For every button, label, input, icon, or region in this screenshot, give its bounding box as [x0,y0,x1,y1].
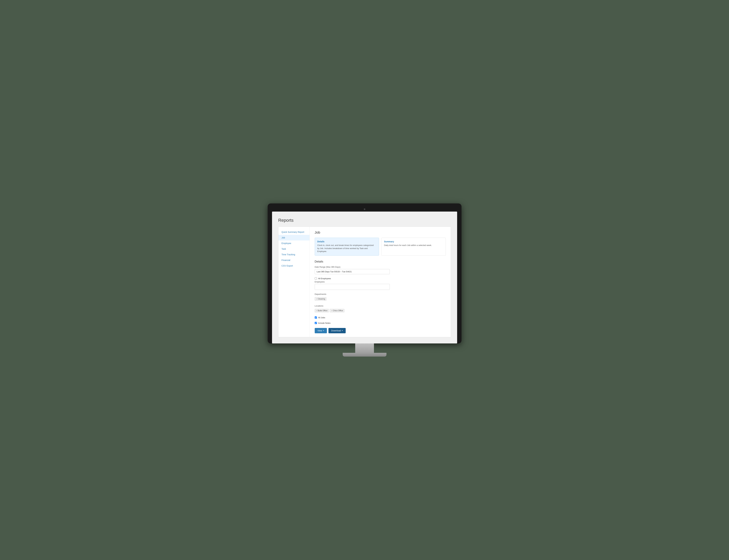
button-row: View ▾ Download ▾ [315,328,446,333]
view-button[interactable]: View ▾ [315,328,327,333]
sidebar-item-csv-export[interactable]: CSV Export [278,263,309,269]
tag-butte-office-label: Butte Office [318,310,327,312]
departments-tags: × Cleaning [315,296,446,302]
sidebar-item-quick-summary[interactable]: Quick Summary Report [278,229,309,235]
report-card-details-desc: Clock in, clock out, and break times for… [317,244,376,253]
all-employees-group: All Employees Employees [315,277,446,290]
monitor: Reports Quick Summary Report Job Employe… [268,203,462,343]
all-jobs-label[interactable]: All Jobs [318,316,325,319]
tag-chico-office-label: Chico Office [333,310,343,312]
tag-chico-office-remove[interactable]: × [331,310,332,312]
report-card-details[interactable]: Details Clock in, clock out, and break t… [315,238,379,256]
locations-group: Locations × Butte Office × Chico Office [315,305,446,313]
report-type-cards: Details Clock in, clock out, and break t… [315,238,446,256]
page-title: Reports [278,218,451,223]
sidebar: Quick Summary Report Job Employee Task T… [278,227,310,337]
details-section-title: Details [315,260,446,263]
departments-group: Departments × Cleaning [315,293,446,302]
report-card-details-title: Details [317,240,376,243]
all-jobs-row: All Jobs [315,316,446,319]
report-card-summary[interactable]: Summary Daily total hours for each Job w… [382,238,446,256]
all-employees-label[interactable]: All Employees [318,277,331,280]
date-range-group: Date Range (Max 365 Days) [315,266,446,274]
sidebar-item-job[interactable]: Job [278,235,309,240]
tag-chico-office: × Chico Office [330,309,344,312]
employees-label: Employees [315,281,446,283]
all-employees-checkbox[interactable] [315,277,317,280]
include-notes-label[interactable]: Include Notes [318,322,331,324]
date-range-label: Date Range (Max 365 Days) [315,266,446,268]
include-notes-checkbox[interactable] [315,322,317,324]
all-jobs-group: All Jobs [315,316,446,319]
tag-butte-office-remove[interactable]: × [316,310,317,312]
departments-label: Departments [315,293,446,295]
locations-label: Locations [315,305,446,307]
screen: Reports Quick Summary Report Job Employe… [272,212,457,343]
locations-tags: × Butte Office × Chico Office [315,308,446,313]
sidebar-item-task[interactable]: Task [278,246,309,252]
download-button[interactable]: Download ▾ [328,328,346,333]
content-title: Job [315,230,446,235]
include-notes-group: Include Notes [315,322,446,324]
main-layout: Quick Summary Report Job Employee Task T… [278,227,451,337]
sidebar-item-employee[interactable]: Employee [278,240,309,246]
report-card-summary-desc: Daily total hours for each Job within a … [384,244,443,247]
sidebar-item-financial[interactable]: Financial [278,257,309,263]
monitor-stand-base [343,353,387,357]
tag-cleaning-remove[interactable]: × [316,298,317,300]
view-chevron-icon: ▾ [323,330,324,332]
sidebar-item-time-tracking[interactable]: Time Tracking [278,252,309,257]
monitor-stand-neck [355,343,374,353]
all-jobs-checkbox[interactable] [315,316,317,319]
employees-multiselect[interactable] [315,284,390,290]
report-card-summary-title: Summary [384,240,443,243]
tag-butte-office: × Butte Office [315,309,329,312]
date-range-input[interactable] [315,269,390,274]
all-employees-row: All Employees [315,277,446,280]
tag-cleaning-label: Cleaning [318,298,325,300]
include-notes-row: Include Notes [315,322,446,324]
download-button-label: Download [331,329,341,332]
view-button-label: View [317,329,322,332]
content-area: Job Details Clock in, clock out, and bre… [310,227,451,337]
tag-cleaning: × Cleaning [315,297,326,301]
download-chevron-icon: ▾ [342,330,343,332]
